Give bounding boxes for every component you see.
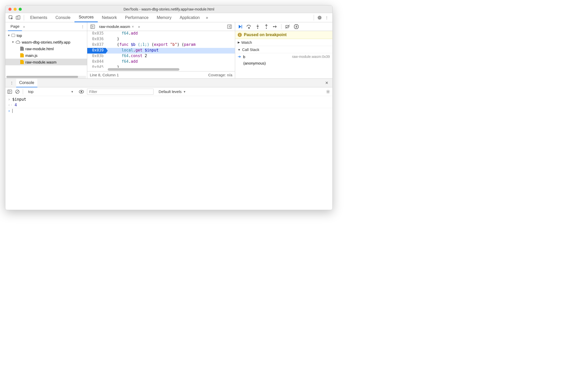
clear-console-icon[interactable] (15, 89, 20, 94)
tab-elements[interactable]: Elements (26, 13, 51, 22)
line-address[interactable]: 0x039 (87, 48, 106, 54)
drawer-tabstrip: ⋮ Console × (5, 79, 332, 87)
svg-line-18 (16, 90, 19, 93)
tree-label: top (17, 33, 22, 38)
settings-gear-icon[interactable] (316, 14, 323, 21)
navigator-tabs-overflow[interactable]: » (22, 25, 26, 29)
console-prompt-row[interactable]: › (5, 108, 332, 114)
code-text: ) (106, 65, 235, 68)
line-address[interactable]: 0x036 (87, 37, 106, 42)
context-label: top (28, 89, 34, 94)
code-line[interactable]: 0x035 f64.add (87, 31, 235, 37)
code-line[interactable]: 0x03b f64.const 2 (87, 54, 235, 59)
text-cursor (12, 109, 13, 113)
console-settings-gear-icon[interactable] (326, 89, 330, 94)
tree-row-top[interactable]: ▼ top (5, 32, 87, 39)
hide-debugger-icon[interactable] (226, 24, 233, 29)
tree-row-file[interactable]: main.js (5, 52, 87, 59)
tab-memory[interactable]: Memory (153, 13, 176, 22)
line-address[interactable]: 0x044 (87, 59, 106, 65)
callstack-frame[interactable]: (anonymous) (235, 60, 332, 66)
tab-network[interactable]: Network (98, 13, 121, 22)
tab-performance[interactable]: Performance (121, 13, 153, 22)
console-drawer: ⋮ Console × top ▼ Default levels ▼ › (5, 79, 332, 210)
navigator-header: Page » ⋮ (5, 22, 87, 31)
step-icon[interactable] (273, 24, 278, 29)
maximize-window-button[interactable] (19, 8, 22, 11)
chevron-down-icon: ▼ (183, 90, 186, 93)
hide-navigator-icon[interactable] (89, 24, 96, 29)
tabs-overflow-button[interactable]: » (204, 13, 210, 22)
close-tab-icon[interactable]: × (132, 24, 134, 29)
editor-pane: raw-module.wasm × » 0x035 f64.add0x036 )… (87, 22, 235, 78)
line-address[interactable]: 0x037 (87, 42, 106, 48)
pause-on-exceptions-icon[interactable] (294, 24, 299, 29)
callstack-frame[interactable]: ➔braw-module.wasm:0x39 (235, 53, 332, 60)
tree-row-file[interactable]: raw-module.html (5, 45, 87, 52)
drawer-more-icon[interactable]: ⋮ (7, 81, 16, 85)
close-drawer-icon[interactable]: × (323, 80, 330, 86)
tab-sources[interactable]: Sources (74, 13, 98, 22)
step-over-icon[interactable] (246, 24, 252, 29)
line-address[interactable]: 0x03b (87, 54, 106, 59)
levels-label: Default levels (159, 89, 182, 94)
file-icon (20, 47, 24, 51)
callstack-section-header[interactable]: ▼ Call Stack (235, 46, 332, 53)
code-editor[interactable]: 0x035 f64.add0x036 )0x037 (func $b (;1;)… (87, 31, 235, 68)
watch-section-header[interactable]: ▶ Watch (235, 39, 332, 46)
inspect-element-icon[interactable] (7, 14, 15, 21)
editor-horizontal-scrollbar[interactable] (87, 68, 235, 71)
resume-button-icon[interactable] (238, 24, 243, 29)
file-icon (20, 53, 24, 57)
log-levels-picker[interactable]: Default levels ▼ (157, 89, 188, 94)
code-line[interactable]: 0x037 (func $b (;1;) (export "b") (param (87, 42, 235, 48)
minimize-window-button[interactable] (14, 8, 17, 11)
disclosure-triangle-icon: ▶ (238, 41, 240, 44)
window-title: DevTools - wasm-dbg-stories.netlify.app/… (5, 7, 332, 11)
console-output-row: ‹· 4 (5, 102, 332, 108)
execution-context-picker[interactable]: top ▼ (26, 89, 76, 94)
console-sidebar-toggle-icon[interactable] (7, 90, 12, 94)
close-window-button[interactable] (8, 8, 12, 11)
svg-point-8 (248, 27, 249, 28)
line-address[interactable]: 0x045 (87, 65, 106, 68)
disclosure-triangle-icon[interactable]: ▼ (7, 34, 10, 37)
code-line[interactable]: 0x039 local.get $input (87, 48, 235, 54)
frame-function: b (243, 55, 245, 59)
tree-row-origin[interactable]: ▼ wasm-dbg-stories.netlify.app (5, 39, 87, 45)
svg-rect-15 (8, 90, 12, 94)
callstack-list: ➔braw-module.wasm:0x39(anonymous) (235, 53, 332, 66)
deactivate-breakpoints-icon[interactable] (285, 24, 290, 29)
console-filter-input[interactable] (87, 89, 154, 95)
editor-tabs-overflow[interactable]: » (137, 24, 141, 29)
console-output[interactable]: › $input ‹· 4 › (5, 96, 332, 210)
code-line[interactable]: 0x045 ) (87, 65, 235, 68)
tab-console[interactable]: Console (51, 13, 75, 22)
frame-icon (12, 34, 15, 37)
navigator-more-icon[interactable]: ⋮ (81, 25, 84, 29)
svg-point-20 (81, 91, 82, 92)
horizontal-scrollbar[interactable] (6, 76, 86, 78)
line-address[interactable]: 0x035 (87, 31, 106, 37)
drawer-tab-console[interactable]: Console (16, 79, 37, 87)
input-chevron-icon: › (8, 97, 10, 102)
step-into-icon[interactable] (255, 24, 260, 29)
editor-tab[interactable]: raw-module.wasm × (98, 24, 135, 29)
sources-workspace: Page » ⋮ ▼ top ▼ wasm-dbg-stories.netlif… (5, 22, 332, 79)
code-line[interactable]: 0x036 ) (87, 37, 235, 42)
tab-application[interactable]: Application (176, 13, 204, 22)
code-text: ) (106, 37, 235, 42)
step-out-icon[interactable] (264, 24, 269, 29)
svg-rect-2 (18, 16, 20, 19)
device-toolbar-icon[interactable] (15, 14, 22, 21)
section-label: Call Stack (242, 47, 259, 52)
code-line[interactable]: 0x044 f64.add (87, 59, 235, 65)
live-expression-icon[interactable] (79, 90, 84, 94)
current-frame-arrow-icon: ➔ (238, 54, 241, 59)
navigator-tab-page[interactable]: Page (8, 22, 22, 31)
tree-row-file[interactable]: raw-module.wasm (5, 59, 87, 65)
more-menu-icon[interactable]: ⋮ (323, 14, 330, 21)
console-expression: $input (12, 97, 26, 102)
disclosure-triangle-icon[interactable]: ▼ (12, 40, 14, 44)
svg-point-11 (273, 26, 274, 27)
